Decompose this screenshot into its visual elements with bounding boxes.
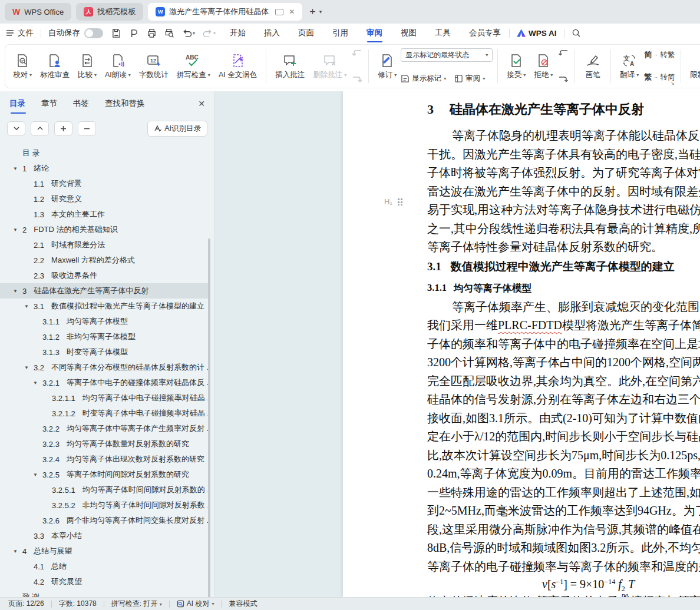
- menu-tab-review[interactable]: 审阅: [365, 24, 384, 42]
- ai-proofread-button[interactable]: AI 校对 ▾: [177, 599, 214, 609]
- next-comment-icon[interactable]: [352, 75, 362, 84]
- toc-item[interactable]: 3.2.1.2时变等离子体中电子碰撞频率对硅晶 ...: [0, 406, 209, 421]
- toc-expand-arrow-icon[interactable]: ▼: [33, 380, 42, 386]
- translate-button[interactable]: 文A 翻译▾: [616, 47, 643, 86]
- sidebar-tab-bookmarks[interactable]: 书签: [73, 94, 89, 114]
- toc-item[interactable]: 4.2研究展望: [0, 574, 209, 589]
- toc-item[interactable]: 3.2.6两个非均匀等离子体时间交集长度对反射 ...: [0, 513, 209, 528]
- menu-tab-page[interactable]: 页面: [297, 24, 315, 42]
- menu-tab-view[interactable]: 视图: [399, 24, 418, 42]
- toc-item[interactable]: 3.1.3时变等离子体模型: [0, 344, 209, 360]
- sidebar-scrollbar[interactable]: [208, 238, 210, 604]
- toc-item[interactable]: 3.3本章小结: [0, 528, 209, 543]
- page-indicator[interactable]: 页面: 12/26: [8, 599, 44, 609]
- toc-zoom-in-button[interactable]: [54, 121, 72, 136]
- print-preview-icon[interactable]: [164, 28, 174, 38]
- menu-tab-tools[interactable]: 工具: [434, 24, 452, 42]
- toc-item[interactable]: ▼3硅晶体在激光产生等离子体中反射: [0, 283, 209, 299]
- autosave-toggle[interactable]: [84, 28, 103, 38]
- menu-tab-home[interactable]: 开始: [229, 24, 247, 42]
- toc-expand-arrow-icon[interactable]: ▼: [33, 472, 42, 478]
- toc-expand-arrow-icon[interactable]: ▼: [13, 166, 22, 171]
- toc-item[interactable]: 1.1研究背景: [0, 176, 209, 191]
- toc-item[interactable]: ▼3.2.1等离子体中电子的碰撞体频率对硅晶体反 ...: [0, 375, 209, 390]
- drag-handle-icon[interactable]: [397, 198, 402, 205]
- toc-item[interactable]: 3.2.4均匀等离子体出现次数对反射系数的研究: [0, 452, 209, 467]
- toc-zoom-out-button[interactable]: [78, 121, 96, 136]
- document-page[interactable]: H₁ 3 硅晶体在激光产生等离子体中反射 等离子体隐身的机理表明等离子体能以硅晶…: [343, 91, 700, 597]
- menu-tab-reference[interactable]: 引用: [331, 24, 349, 42]
- toc-expand-arrow-icon[interactable]: ▼: [13, 289, 22, 294]
- toc-item[interactable]: ▼4总结与展望: [0, 543, 209, 559]
- compatibility-mode-badge[interactable]: 兼容模式: [229, 599, 257, 609]
- menu-tab-membership[interactable]: 会员专享: [468, 24, 502, 42]
- spell-check-button[interactable]: ABC 拼写检查▾: [173, 47, 214, 86]
- toc-item[interactable]: 1.3本文的主要工作: [0, 207, 209, 222]
- menu-tab-insert[interactable]: 插入: [263, 24, 281, 42]
- toc-expand-all-button[interactable]: [7, 121, 25, 136]
- next-revision-icon[interactable]: [558, 75, 569, 84]
- toc-item[interactable]: 3.1.1均匀等离子体模型: [0, 314, 209, 329]
- wps-ai-button[interactable]: WPS AI: [517, 29, 557, 38]
- dialog-launcher-icon[interactable]: ↘: [671, 80, 675, 86]
- sidebar-tab-contents[interactable]: 目录: [9, 94, 25, 114]
- word-count-indicator[interactable]: 字数: 10378: [59, 599, 97, 609]
- file-menu[interactable]: 文件: [18, 28, 34, 38]
- toc-item[interactable]: 2.1时域有限差分法: [0, 237, 209, 253]
- standard-review-button[interactable]: 标准审查: [36, 47, 74, 86]
- simplified-to-traditional-button[interactable]: 简→ 转繁: [644, 49, 675, 60]
- ai-recognize-toc-button[interactable]: AI识别目录: [147, 121, 207, 137]
- tab-close-icon[interactable]: ✕: [289, 8, 295, 16]
- export-pdf-icon[interactable]: [129, 28, 139, 38]
- toc-item[interactable]: 3.1.2非均匀等离子体模型: [0, 329, 209, 344]
- print-icon[interactable]: [147, 28, 157, 38]
- restrict-editing-button[interactable]: 限制编辑▾: [686, 47, 700, 86]
- save-icon[interactable]: [111, 28, 121, 38]
- markup-state-dropdown[interactable]: 显示标记的最终状态▾: [401, 48, 493, 62]
- toc-item[interactable]: 目 录: [0, 145, 209, 161]
- review-pane-button[interactable]: 审阅▾: [454, 74, 485, 84]
- toc-expand-arrow-icon[interactable]: ▼: [24, 365, 34, 370]
- insert-comment-button[interactable]: 插入批注: [271, 47, 309, 86]
- toc-item[interactable]: ▼3.1数值模拟过程中激光产生等离子体模型的建立: [0, 299, 209, 314]
- spell-check-status[interactable]: 拼写检查: 打开 ▾: [111, 599, 162, 609]
- ai-polish-button[interactable]: AI 全文润色: [214, 47, 261, 86]
- toc-collapse-all-button[interactable]: [31, 121, 49, 136]
- word-count-button[interactable]: 12 字数统计: [135, 47, 173, 86]
- hamburger-icon[interactable]: [6, 29, 14, 37]
- proofread-button[interactable]: 校对▾: [9, 47, 36, 86]
- tab-document[interactable]: W 激光产生等离子体作用硅晶体 ✕: [148, 3, 302, 21]
- previous-revision-icon[interactable]: [558, 49, 569, 57]
- toc-item[interactable]: 2.3吸收边界条件: [0, 268, 209, 283]
- track-changes-button[interactable]: 修订▾: [374, 47, 401, 86]
- toc-item[interactable]: ▼3.2不同等离子体分布模型的硅晶体反射系数的计 ...: [0, 360, 209, 375]
- toc-item[interactable]: 致 谢: [0, 589, 209, 597]
- toc-item[interactable]: 3.2.5.1均匀等离子体时间间隙对反射系数的 ...: [0, 482, 209, 498]
- toc-item[interactable]: 1.2研究意义: [0, 191, 209, 207]
- toc-item[interactable]: 2.2Maxwell 方程的差分格式: [0, 253, 209, 268]
- accept-revision-button[interactable]: 接受▾: [503, 47, 530, 86]
- toc-expand-arrow-icon[interactable]: ▼: [24, 304, 34, 309]
- search-icon[interactable]: [572, 28, 581, 38]
- toc-item[interactable]: 4.1总结: [0, 559, 209, 574]
- ink-brush-button[interactable]: 画笔: [580, 47, 606, 86]
- delete-comment-button[interactable]: 删除批注▾: [309, 47, 351, 86]
- new-tab-button[interactable]: +: [309, 6, 316, 18]
- tab-list-chevron-icon[interactable]: ▾: [319, 9, 322, 15]
- compare-button[interactable]: 比较▾: [74, 47, 101, 86]
- reject-revision-button[interactable]: 拒绝▾: [530, 47, 557, 86]
- toc-item[interactable]: 3.2.1.1均匀等离子体中电子碰撞频率对硅晶 ...: [0, 390, 209, 406]
- previous-comment-icon[interactable]: [352, 49, 362, 57]
- sidebar-tab-chapters[interactable]: 章节: [41, 94, 57, 114]
- redo-button[interactable]: ▾: [203, 29, 216, 38]
- toc-item[interactable]: 3.2.3均匀等离子体数量对反射系数的研究: [0, 436, 209, 452]
- sidebar-close-icon[interactable]: ✕: [198, 99, 205, 108]
- toc-item[interactable]: ▼3.2.5等离子体时间间隙对反射系数的研究: [0, 467, 209, 482]
- toc-item[interactable]: ▼1绪论: [0, 161, 209, 176]
- tab-wps-office[interactable]: W WPS Office: [5, 3, 71, 21]
- tab-docer-templates[interactable]: 人 找稻壳模板: [76, 3, 143, 21]
- toc-expand-arrow-icon[interactable]: ▼: [13, 227, 22, 233]
- ai-read-aloud-button[interactable]: AI朗读▾: [101, 47, 135, 86]
- toc-expand-arrow-icon[interactable]: ▼: [13, 549, 22, 554]
- show-markup-button[interactable]: 显示标记▾: [401, 74, 446, 84]
